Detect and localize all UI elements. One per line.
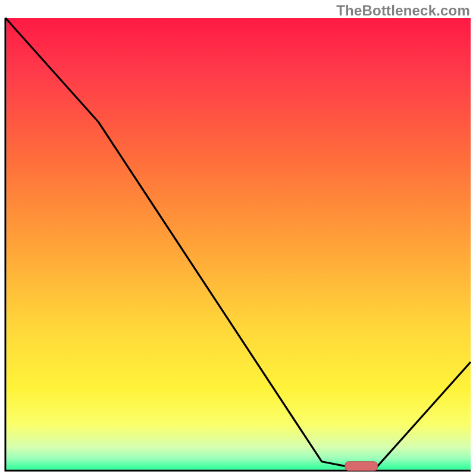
optimal-marker <box>345 462 378 471</box>
plot-area <box>4 17 472 472</box>
chart-frame: TheBottleneck.com <box>0 0 476 476</box>
chart-svg <box>4 17 472 472</box>
chart-background <box>7 18 471 470</box>
